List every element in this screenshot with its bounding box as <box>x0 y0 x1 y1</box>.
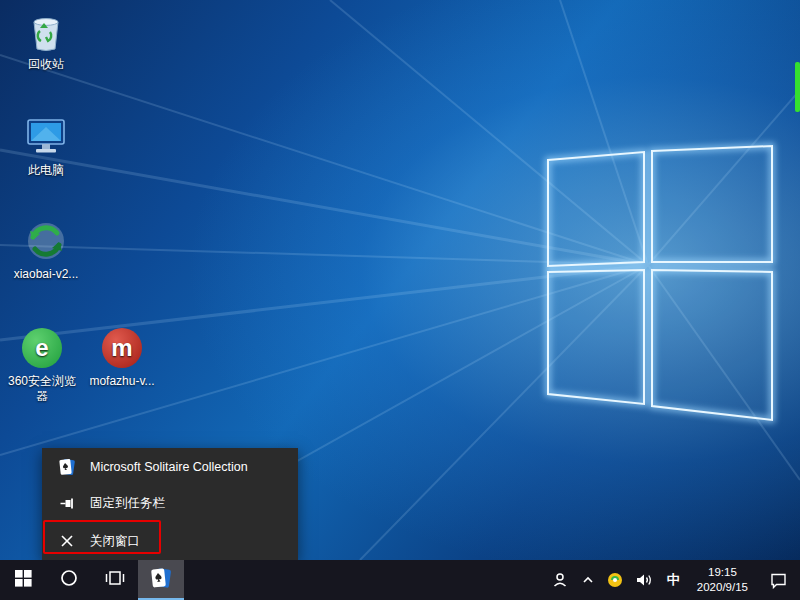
desktop-icon-this-pc[interactable]: 此电脑 <box>8 114 84 178</box>
action-center-button[interactable] <box>757 560 800 600</box>
jump-list-item-pin-to-taskbar[interactable]: 固定到任务栏 <box>42 486 298 522</box>
this-pc-icon <box>22 114 70 160</box>
volume-button[interactable] <box>629 560 659 600</box>
start-button[interactable] <box>0 560 46 600</box>
mofazhu-icon: m <box>98 325 146 371</box>
antivirus-tray-icon[interactable] <box>601 560 629 600</box>
tray-overflow-button[interactable] <box>575 560 601 600</box>
desktop-icon-label: 回收站 <box>8 57 84 72</box>
desktop-icon-label: mofazhu-v... <box>84 374 160 389</box>
task-view-icon <box>105 570 125 590</box>
360-browser-icon: e <box>18 325 66 371</box>
jump-list-item-close-window[interactable]: 关闭窗口 <box>42 523 298 559</box>
desktop-icon-360-browser[interactable]: e 360安全浏览器 <box>4 325 80 404</box>
people-button[interactable] <box>545 560 575 600</box>
solitaire-taskbar-icon <box>149 566 173 594</box>
close-icon <box>57 531 77 551</box>
recycle-bin-icon <box>22 8 70 54</box>
desktop-icon-label: xiaobai-v2... <box>8 267 84 282</box>
desktop-icon-mofazhu[interactable]: m mofazhu-v... <box>84 325 160 389</box>
clock-time: 19:15 <box>708 565 737 580</box>
jump-list-item-label: 关闭窗口 <box>90 533 140 550</box>
desktop-icon-xiaobai[interactable]: xiaobai-v2... <box>8 218 84 282</box>
jump-list-item-label: Microsoft Solitaire Collection <box>90 460 248 474</box>
clock-date: 2020/9/15 <box>697 580 748 595</box>
desktop-icon-label: 360安全浏览器 <box>6 374 78 404</box>
taskbar-jump-list: Microsoft Solitaire Collection 固定到任务栏 关闭… <box>42 448 298 560</box>
cortana-search-button[interactable] <box>46 560 92 600</box>
green-capture-indicator <box>795 62 800 112</box>
jump-list-item-label: 固定到任务栏 <box>90 495 165 512</box>
taskbar-clock[interactable]: 19:15 2020/9/15 <box>688 560 757 600</box>
task-view-button[interactable] <box>92 560 138 600</box>
desktop-icon-label: 此电脑 <box>8 163 84 178</box>
xiaobai-installer-icon <box>22 218 70 264</box>
search-circle-icon <box>60 569 78 591</box>
system-tray: 中 19:15 2020/9/15 <box>545 560 800 600</box>
taskbar-app-solitaire[interactable] <box>138 560 184 600</box>
jump-list-item-solitaire[interactable]: Microsoft Solitaire Collection <box>42 449 298 485</box>
solitaire-icon <box>57 457 77 477</box>
taskbar: 中 19:15 2020/9/15 <box>0 560 800 600</box>
ime-indicator[interactable]: 中 <box>659 560 688 600</box>
desktop-icon-recycle-bin[interactable]: 回收站 <box>8 8 84 72</box>
pin-icon <box>57 494 77 514</box>
windows-logo-icon <box>15 570 32 591</box>
